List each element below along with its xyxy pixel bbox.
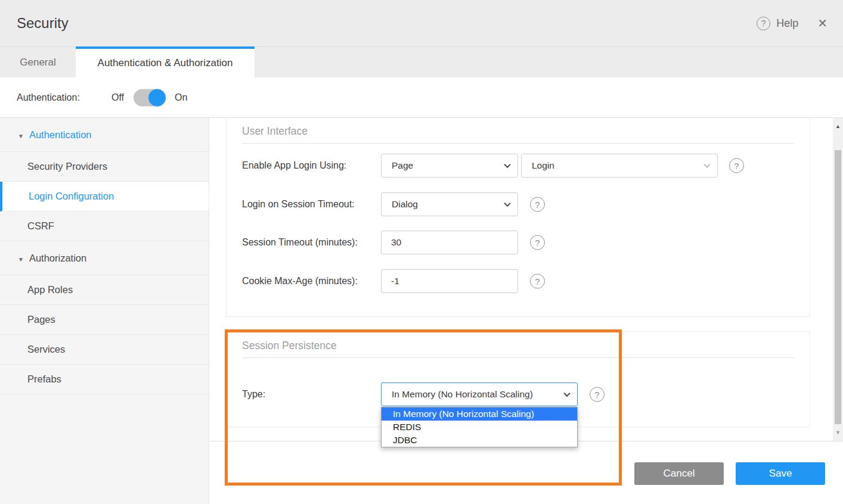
sidebar-item-login-configuration[interactable]: Login Configuration — [0, 182, 209, 211]
sidebar-item-app-roles[interactable]: App Roles — [0, 275, 209, 305]
session-persistence-section: Session Persistence Type: In Memory (No … — [226, 331, 810, 427]
tab-bar: General Authentication & Authorization — [0, 46, 843, 77]
authentication-toggle-row: Authentication: Off On — [0, 77, 843, 118]
header-actions: Help — [757, 16, 827, 30]
toggle-thumb — [148, 89, 166, 106]
chevron-down-icon — [563, 390, 570, 397]
sidebar-group-authorization[interactable]: Authorization — [0, 241, 209, 275]
save-button[interactable]: Save — [736, 462, 825, 485]
cookie-max-age-input[interactable] — [381, 269, 518, 293]
help-icon[interactable] — [590, 387, 605, 402]
field-label: Enable App Login Using: — [242, 154, 346, 178]
session-timeout-input[interactable] — [381, 231, 518, 254]
sidebar-item-security-providers[interactable]: Security Providers — [0, 152, 209, 182]
login-page-select[interactable]: Login — [521, 154, 718, 178]
help-label: Help — [776, 17, 798, 30]
chevron-down-icon — [504, 200, 510, 207]
vertical-scrollbar[interactable] — [833, 118, 843, 441]
help-icon — [757, 17, 770, 30]
field-label: Cookie Max-Age (minutes): — [242, 269, 358, 293]
dropdown-option-redis[interactable]: REDIS — [382, 421, 577, 434]
help-icon[interactable] — [729, 158, 744, 173]
help-icon[interactable] — [530, 235, 545, 250]
field-login-on-session-timeout: Login on Session Timeout: Dialog — [227, 192, 810, 216]
title-bar: Security Help — [0, 0, 843, 46]
authentication-label: Authentication: — [17, 92, 80, 103]
main-content: User Interface Enable App Login Using: P… — [209, 118, 843, 504]
cancel-button[interactable]: Cancel — [634, 462, 724, 485]
field-label: Type: — [242, 382, 265, 406]
security-dialog: Security Help General Authentication & A… — [0, 0, 843, 504]
session-timeout-mode-select[interactable]: Dialog — [381, 192, 518, 216]
enable-app-login-select[interactable]: Page — [381, 154, 518, 178]
dropdown-option-in-memory[interactable]: In Memory (No Horizontal Scaling) — [382, 407, 577, 421]
tab-general[interactable]: General — [0, 47, 76, 77]
user-interface-section: User Interface Enable App Login Using: P… — [226, 118, 810, 317]
chevron-down-icon — [504, 161, 510, 168]
sidebar-group-authentication[interactable]: Authentication — [0, 118, 209, 152]
sidebar-item-pages[interactable]: Pages — [0, 305, 209, 335]
sidebar-item-services[interactable]: Services — [0, 335, 209, 365]
chevron-down-icon — [703, 161, 710, 168]
help-button[interactable]: Help — [757, 17, 798, 30]
field-enable-app-login: Enable App Login Using: Page Login — [227, 154, 810, 178]
field-label: Login on Session Timeout: — [242, 192, 355, 216]
scroll-up-arrow-icon[interactable] — [833, 121, 843, 131]
sidebar: Authentication Security Providers Login … — [0, 118, 209, 504]
sidebar-item-csrf[interactable]: CSRF — [0, 211, 209, 241]
field-label: Session Timeout (minutes): — [242, 231, 358, 254]
scroll-down-arrow-icon[interactable] — [833, 427, 843, 437]
close-icon[interactable] — [817, 16, 827, 30]
toggle-off-label: Off — [111, 92, 124, 103]
field-session-persistence-type: Type: In Memory (No Horizontal Scaling) — [227, 382, 810, 406]
toggle-on-label: On — [175, 92, 187, 103]
field-session-timeout-minutes: Session Timeout (minutes): — [227, 231, 810, 254]
dropdown-option-jdbc[interactable]: JDBC — [382, 434, 577, 447]
help-icon[interactable] — [530, 274, 545, 289]
scrollbar-thumb[interactable] — [835, 150, 841, 424]
sidebar-item-prefabs[interactable]: Prefabs — [0, 365, 209, 394]
chevron-down-icon — [18, 129, 24, 141]
session-persistence-dropdown: In Memory (No Horizontal Scaling) REDIS … — [381, 407, 578, 447]
section-title-session-persistence: Session Persistence — [242, 340, 794, 358]
page-title: Security — [17, 15, 69, 32]
section-title-user-interface: User Interface — [242, 125, 794, 144]
authentication-toggle[interactable] — [134, 89, 166, 106]
session-persistence-type-select[interactable]: In Memory (No Horizontal Scaling) — [381, 382, 578, 406]
help-icon[interactable] — [530, 197, 545, 212]
tab-authentication-authorization[interactable]: Authentication & Authorization — [76, 46, 255, 77]
chevron-down-icon — [18, 253, 24, 264]
field-cookie-max-age: Cookie Max-Age (minutes): — [227, 269, 810, 293]
